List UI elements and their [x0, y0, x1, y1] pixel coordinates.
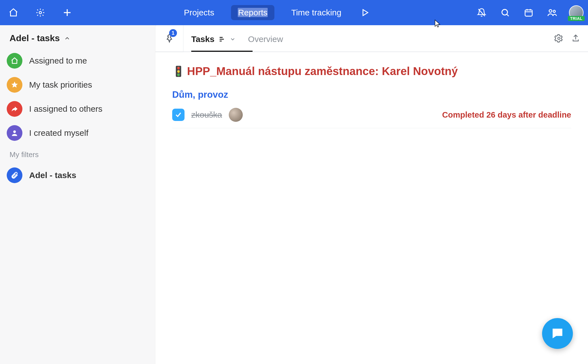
- task-status: Completed 26 days after deadline: [442, 110, 571, 120]
- assignee-avatar[interactable]: [229, 108, 243, 122]
- gear-icon[interactable]: [34, 6, 47, 19]
- people-icon[interactable]: [545, 6, 559, 19]
- sidebar: Adel - tasks Assigned to me My task prio…: [0, 25, 155, 364]
- tab-label: Overview: [248, 34, 283, 44]
- nav-time-tracking[interactable]: Time tracking: [284, 5, 348, 20]
- sidebar-section-title: My filters: [10, 150, 148, 159]
- tab-tasks[interactable]: Tasks: [191, 25, 236, 52]
- sidebar-item-label: My task priorities: [29, 80, 92, 90]
- chevron-down-icon: [230, 36, 236, 42]
- nav-label: Projects: [184, 8, 214, 17]
- task-heading-text: HPP_Manuál nástupu zaměstnance: Karel No…: [187, 65, 458, 78]
- play-icon[interactable]: [358, 6, 372, 19]
- svg-point-1: [502, 10, 508, 15]
- topbar: Projects Reports Time tracking TRIAL: [0, 0, 588, 25]
- nav-projects[interactable]: Projects: [177, 5, 221, 20]
- user-avatar[interactable]: TRIAL: [569, 5, 584, 20]
- star-icon: [7, 77, 22, 93]
- sidebar-filter-adel-tasks[interactable]: Adel - tasks: [7, 167, 148, 183]
- list-icon: [218, 36, 226, 43]
- traffic-light-icon: 🚦: [172, 66, 185, 77]
- sidebar-title-text: Adel - tasks: [10, 33, 60, 43]
- filter-badge: 1: [169, 29, 177, 37]
- task-name: zkouška: [191, 110, 222, 120]
- task-checkbox[interactable]: [172, 109, 185, 121]
- sidebar-item-label: I assigned to others: [29, 104, 102, 114]
- svg-rect-2: [525, 10, 532, 16]
- forward-icon: [7, 101, 22, 117]
- sidebar-item-label: Assigned to me: [29, 56, 87, 66]
- sidebar-item-label: I created myself: [29, 128, 88, 138]
- settings-icon[interactable]: [554, 34, 563, 43]
- sidebar-item-my-task-priorities[interactable]: My task priorities: [7, 77, 148, 93]
- svg-point-4: [553, 10, 556, 13]
- sidebar-item-label: Adel - tasks: [29, 171, 76, 180]
- home-icon[interactable]: [7, 6, 20, 19]
- tab-overview[interactable]: Overview: [248, 25, 283, 52]
- svg-point-5: [13, 130, 16, 133]
- export-icon[interactable]: [571, 34, 580, 43]
- paperclip-icon: [7, 167, 22, 183]
- sidebar-title[interactable]: Adel - tasks: [7, 33, 148, 43]
- search-icon[interactable]: [498, 6, 512, 19]
- add-icon[interactable]: [60, 6, 74, 19]
- trial-badge: TRIAL: [568, 16, 585, 21]
- calendar-icon[interactable]: [522, 6, 535, 19]
- nav-label: Time tracking: [291, 8, 341, 17]
- chevron-up-icon: [64, 35, 71, 42]
- task-heading[interactable]: 🚦 HPP_Manuál nástupu zaměstnance: Karel …: [172, 65, 571, 78]
- svg-point-6: [558, 37, 560, 39]
- user-icon: [7, 125, 22, 141]
- category-link[interactable]: Dům, provoz: [172, 89, 571, 100]
- nav-reports[interactable]: Reports: [231, 5, 274, 20]
- svg-point-3: [549, 10, 552, 12]
- svg-point-0: [39, 11, 42, 14]
- filter-button[interactable]: 1: [155, 25, 183, 52]
- main: 1 Tasks Overview: [155, 25, 588, 364]
- chat-fab[interactable]: [542, 318, 573, 349]
- sidebar-item-assigned-to-me[interactable]: Assigned to me: [7, 53, 148, 69]
- task-row[interactable]: zkouška Completed 26 days after deadline: [172, 106, 571, 128]
- chat-icon: [550, 326, 565, 341]
- sidebar-item-assigned-to-others[interactable]: I assigned to others: [7, 101, 148, 117]
- category-text: Dům, provoz: [172, 89, 228, 100]
- home-icon: [7, 53, 22, 69]
- nav-label: Reports: [238, 8, 268, 17]
- notifications-off-icon[interactable]: [475, 6, 488, 19]
- tab-label: Tasks: [191, 34, 214, 44]
- sidebar-item-created-myself[interactable]: I created myself: [7, 125, 148, 141]
